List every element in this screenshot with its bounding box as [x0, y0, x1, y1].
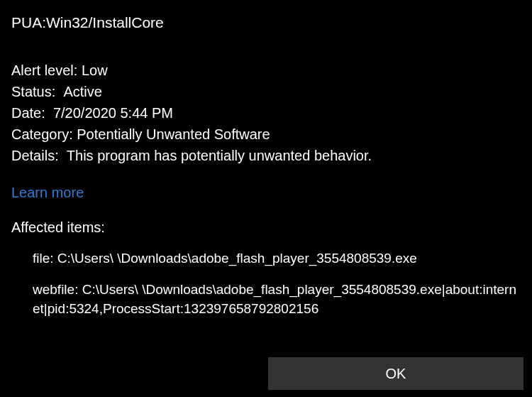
affected-item: file: C:\Users\ \Downloads\adobe_flash_p…	[33, 249, 521, 268]
learn-more-link[interactable]: Learn more	[11, 185, 84, 201]
status-row: Status: Active	[11, 81, 521, 102]
status-value: Active	[55, 81, 102, 102]
date-row: Date: 7/20/2020 5:44 PM	[11, 102, 521, 124]
ok-button[interactable]: OK	[268, 357, 523, 390]
status-label: Status:	[11, 81, 55, 102]
affected-items-heading: Affected items:	[11, 219, 521, 236]
threat-name: PUA:Win32/InstallCore	[11, 14, 521, 31]
alert-level-value: Low	[77, 60, 107, 81]
date-value: 7/20/2020 5:44 PM	[45, 102, 173, 124]
details-value: This program has potentially unwanted be…	[59, 145, 372, 166]
alert-level-row: Alert level: Low	[11, 60, 521, 81]
affected-item: webfile: C:\Users\ \Downloads\adobe_flas…	[33, 280, 521, 319]
category-row: Category: Potentially Unwanted Software	[11, 124, 521, 145]
threat-details-panel: PUA:Win32/InstallCore Alert level: Low S…	[0, 0, 532, 397]
category-value: Potentially Unwanted Software	[73, 124, 270, 145]
threat-info-block: Alert level: Low Status: Active Date: 7/…	[11, 60, 521, 166]
date-label: Date:	[11, 102, 45, 124]
details-label: Details:	[11, 145, 59, 166]
details-row: Details: This program has potentially un…	[11, 145, 521, 166]
alert-level-label: Alert level:	[11, 60, 77, 81]
category-label: Category:	[11, 124, 73, 145]
